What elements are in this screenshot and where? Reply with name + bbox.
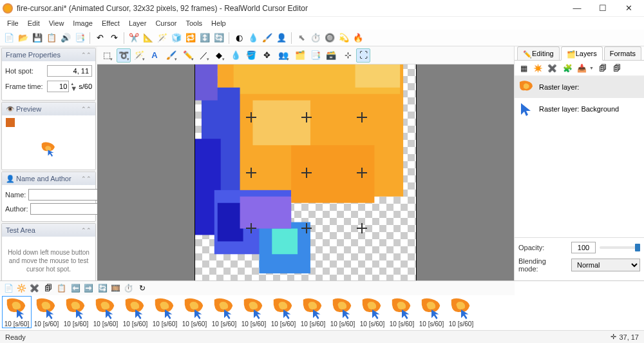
wand-tool-icon[interactable]: 🪄 xyxy=(132,48,146,63)
ft-icon[interactable]: 🔄 xyxy=(97,282,108,294)
collapse-icon[interactable]: ⌃⌃ xyxy=(81,175,91,182)
close-button[interactable]: ✕ xyxy=(616,1,641,16)
effect-layer-icon[interactable]: 🧩 xyxy=(561,62,574,75)
frametime-spinner[interactable]: ▲▼ xyxy=(70,82,77,91)
fill-tool-icon[interactable]: 🪣 xyxy=(244,48,258,63)
delete-layer-icon[interactable]: ✖️ xyxy=(545,62,558,75)
frame-item[interactable]: 10 [s/60] xyxy=(151,297,179,328)
crop-icon[interactable]: ✂️ xyxy=(128,32,140,44)
blur-icon[interactable]: 💧 xyxy=(247,32,260,44)
grid-view-icon[interactable]: ▦ xyxy=(517,62,530,75)
brush-tool-icon[interactable]: 🖌️ xyxy=(164,48,178,63)
menu-view[interactable]: View xyxy=(44,18,69,28)
export-icon[interactable]: 📑 xyxy=(73,32,86,44)
opacity-input[interactable] xyxy=(571,242,596,253)
undo-icon[interactable]: ↶ xyxy=(93,32,106,44)
clock-icon[interactable]: ⏱️ xyxy=(309,32,322,44)
menu-layer[interactable]: Layer xyxy=(124,18,151,28)
menu-image[interactable]: Image xyxy=(68,18,97,28)
ft-icon[interactable]: 🔆 xyxy=(15,282,27,294)
frame-item[interactable]: 10 [s/60] xyxy=(388,297,416,328)
ft-icon[interactable]: 📋 xyxy=(55,282,67,294)
frame-item[interactable]: 10 [s/60] xyxy=(417,297,446,328)
tab-editing[interactable]: ✏️Editing xyxy=(517,46,560,60)
frame-item[interactable]: 10 [s/60] xyxy=(91,297,120,328)
ft-icon[interactable]: 🗐 xyxy=(43,282,54,294)
maximize-button[interactable]: ☐ xyxy=(590,1,616,16)
grid-icon[interactable]: ⊹ xyxy=(341,48,355,63)
tab-formats[interactable]: Formats xyxy=(604,46,641,60)
new-layer-icon[interactable]: ✴️ xyxy=(531,62,544,75)
menu-file[interactable]: File xyxy=(3,18,23,28)
copy-icon[interactable]: 📋 xyxy=(45,32,58,44)
frame-item[interactable]: 10 [s/60] xyxy=(3,297,31,328)
flip-h-icon[interactable]: 🔁 xyxy=(184,32,197,44)
layer-item[interactable]: Raster layer: xyxy=(515,76,644,98)
snap-icon[interactable]: ⛶ xyxy=(356,48,370,63)
shadow-icon[interactable]: 👤 xyxy=(275,32,288,44)
canvas-area[interactable] xyxy=(97,64,514,280)
text-tool-icon[interactable]: A xyxy=(147,48,162,63)
new-icon[interactable]: 📄 xyxy=(3,32,15,44)
merge-icon[interactable]: 📥 xyxy=(575,62,588,75)
frame-item[interactable]: 10 [s/60] xyxy=(240,297,268,328)
cursor-icon[interactable]: ⬉ xyxy=(295,32,308,44)
select-tool-icon[interactable]: ⬚ xyxy=(100,48,114,63)
sharpen-icon[interactable]: 🖌️ xyxy=(261,32,274,44)
save-icon[interactable]: 💾 xyxy=(31,32,44,44)
menu-cursor[interactable]: Cursor xyxy=(151,18,181,28)
opacity-slider[interactable] xyxy=(600,246,640,249)
frame-item[interactable]: 10 [s/60] xyxy=(32,297,61,328)
lasso-tool-icon[interactable]: ➰ xyxy=(117,48,131,63)
flip-v-icon[interactable]: ↕️ xyxy=(198,32,211,44)
ft-icon[interactable]: ➡️ xyxy=(82,282,94,294)
pencil-tool-icon[interactable]: ✏️ xyxy=(181,48,195,63)
collapse-icon[interactable]: ⌃⌃ xyxy=(81,106,91,112)
people-tool-icon[interactable]: 👥 xyxy=(276,48,290,63)
contrast-icon[interactable]: ◐ xyxy=(232,32,245,44)
move-tool-icon[interactable]: ✥ xyxy=(260,48,274,63)
ft-icon[interactable]: 📄 xyxy=(3,282,14,294)
minimize-button[interactable]: — xyxy=(564,1,590,16)
collapse-icon[interactable]: ⌃⌃ xyxy=(81,227,91,233)
hotspot-input[interactable] xyxy=(47,65,92,77)
dup1-icon[interactable]: 🗐 xyxy=(596,62,609,75)
redo-icon[interactable]: ↷ xyxy=(108,32,120,44)
effect1-icon[interactable]: 🪄 xyxy=(156,32,169,44)
layer-tool1-icon[interactable]: 🗂️ xyxy=(293,48,307,63)
layer-tool2-icon[interactable]: 📑 xyxy=(308,48,323,63)
menu-effect[interactable]: Effect xyxy=(97,18,124,28)
frame-item[interactable]: 10 [s/60] xyxy=(299,297,327,328)
circle-icon[interactable]: 🔘 xyxy=(323,32,336,44)
blending-select[interactable]: Normal xyxy=(571,259,640,271)
frames-strip[interactable]: 10 [s/60]10 [s/60]10 [s/60]10 [s/60]10 [… xyxy=(0,295,515,330)
menu-tools[interactable]: Tools xyxy=(181,18,207,28)
frametime-input[interactable] xyxy=(47,81,69,92)
collapse-icon[interactable]: ⌃⌃ xyxy=(81,52,91,58)
frame-item[interactable]: 10 [s/60] xyxy=(447,297,475,328)
canvas[interactable] xyxy=(194,64,417,280)
spin-icon[interactable]: 💫 xyxy=(337,32,350,44)
resize-icon[interactable]: 📐 xyxy=(142,32,155,44)
effect2-icon[interactable]: 🧊 xyxy=(170,32,183,44)
ft-icon[interactable]: 🎞️ xyxy=(109,282,121,294)
menu-edit[interactable]: Edit xyxy=(23,18,44,28)
frame-item[interactable]: 10 [s/60] xyxy=(328,297,357,328)
picker-tool-icon[interactable]: 💧 xyxy=(229,48,243,63)
shape-tool-icon[interactable]: ◆ xyxy=(212,48,226,63)
menu-help[interactable]: Help xyxy=(207,18,231,28)
ft-icon[interactable]: ⏱️ xyxy=(122,282,134,294)
open-icon[interactable]: 📂 xyxy=(17,32,30,44)
dropdown-icon[interactable]: ▼ xyxy=(589,66,594,70)
rotate-icon[interactable]: 🔄 xyxy=(213,32,225,44)
line-tool-icon[interactable]: ／ xyxy=(196,48,211,63)
tab-layers[interactable]: 🗂️Layers xyxy=(561,46,603,61)
frame-item[interactable]: 10 [s/60] xyxy=(210,297,238,328)
layer-item[interactable]: Raster layer: Background xyxy=(515,98,644,120)
frame-item[interactable]: 10 [s/60] xyxy=(180,297,209,328)
ft-refresh-icon[interactable]: ↻ xyxy=(137,282,148,294)
frame-item[interactable]: 10 [s/60] xyxy=(358,297,386,328)
frame-item[interactable]: 10 [s/60] xyxy=(62,297,90,328)
dup2-icon[interactable]: 🗐 xyxy=(611,62,623,75)
frame-item[interactable]: 10 [s/60] xyxy=(121,297,149,328)
